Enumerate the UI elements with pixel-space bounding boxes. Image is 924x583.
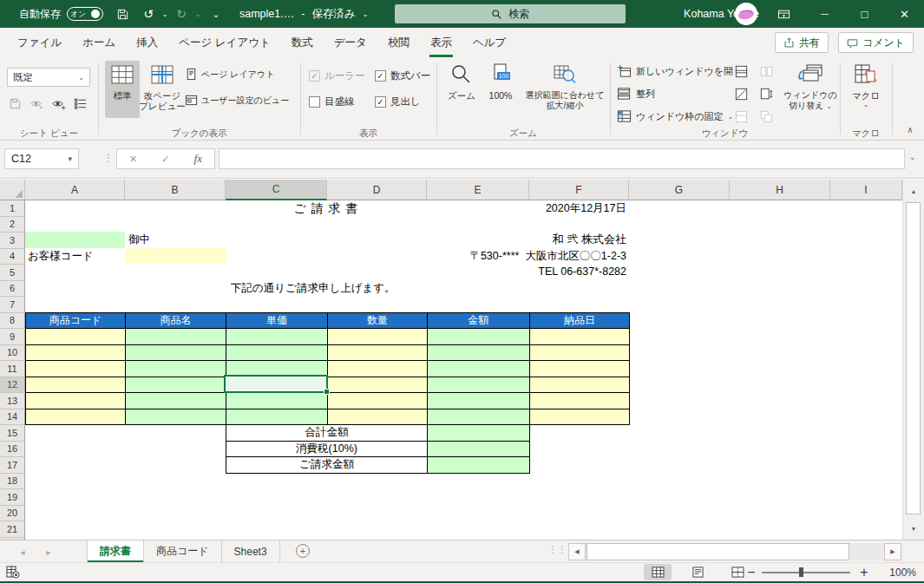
row-header[interactable]: 9 <box>0 329 25 345</box>
exit-view-button[interactable] <box>29 95 44 111</box>
autosave-control[interactable]: 自動保存 オン <box>19 0 103 28</box>
zoom-button[interactable]: ズーム <box>442 61 482 101</box>
column-header[interactable]: B <box>125 180 226 200</box>
zoom-slider-thumb[interactable] <box>799 567 803 577</box>
ribbon-tab[interactable]: 挿入 <box>126 28 168 57</box>
empty-cell[interactable] <box>428 345 530 362</box>
summary-label[interactable]: 消費税(10%) <box>226 442 428 458</box>
row-header[interactable]: 19 <box>0 489 25 506</box>
comment-button[interactable]: コメント <box>838 32 914 53</box>
empty-cell[interactable] <box>530 377 630 394</box>
close-button[interactable] <box>885 0 924 28</box>
empty-cell[interactable] <box>428 329 530 345</box>
ribbon-tab[interactable]: ホーム <box>72 28 126 57</box>
empty-cell[interactable] <box>328 409 428 426</box>
empty-cell[interactable] <box>26 345 126 362</box>
select-all-button[interactable] <box>0 180 25 200</box>
ribbon-tab[interactable]: ページ レイアウト <box>168 28 281 57</box>
row-header[interactable]: 8 <box>0 313 25 330</box>
active-cell-selection[interactable] <box>224 375 328 393</box>
empty-cell[interactable] <box>530 393 630 409</box>
zoom-to-selection-button[interactable]: 選択範囲に合わせて 拡大/縮小 <box>521 61 609 111</box>
empty-cell[interactable] <box>226 345 328 362</box>
ribbon-tab[interactable]: 校閲 <box>377 28 420 57</box>
macros-button[interactable]: マクロ <box>845 61 887 108</box>
new-window-button[interactable]: 新しいウィンドウを開く <box>617 64 743 78</box>
scroll-right-icon[interactable] <box>884 543 901 560</box>
empty-cell[interactable] <box>26 409 126 426</box>
sheet-tab[interactable]: Sheet3 <box>222 540 280 562</box>
row-header[interactable]: 20 <box>0 506 25 522</box>
summary-value-cell[interactable] <box>428 457 530 474</box>
empty-cell[interactable] <box>26 361 126 377</box>
empty-cell[interactable] <box>428 361 530 377</box>
column-header[interactable]: C <box>226 180 327 200</box>
arrange-all-button[interactable]: 整列 <box>617 87 655 101</box>
sheet-nav-left-icon[interactable] <box>12 540 33 563</box>
new-view-button[interactable] <box>50 95 66 111</box>
empty-cell[interactable] <box>328 377 428 394</box>
empty-cell[interactable] <box>126 377 226 394</box>
ribbon-tab[interactable]: データ <box>324 28 377 57</box>
cell-invoice-title[interactable]: ご 請 求 書 <box>226 200 427 217</box>
tab-split-handle-icon[interactable] <box>548 545 567 554</box>
cell-company-tel[interactable]: TEL 06-637*-8282 <box>427 264 629 280</box>
scroll-up-icon[interactable] <box>906 183 921 199</box>
row-header[interactable]: 5 <box>0 265 25 281</box>
column-header[interactable]: A <box>25 180 125 200</box>
empty-cell[interactable] <box>530 329 630 345</box>
zoom-out-button[interactable] <box>744 563 758 581</box>
scroll-down-icon[interactable] <box>906 521 921 536</box>
quick-access-customize-icon[interactable] <box>205 0 227 28</box>
sheet-tab[interactable]: 商品コード <box>144 540 222 562</box>
zoom-level[interactable]: 100% <box>878 563 916 581</box>
cell-customer-code[interactable] <box>125 248 226 265</box>
sheet-view-dropdown[interactable]: 既定 <box>7 68 90 87</box>
sheet-nav-right-icon[interactable] <box>38 540 59 563</box>
row-header[interactable]: 13 <box>0 393 25 409</box>
share-button[interactable]: 共有 <box>775 32 829 53</box>
empty-cell[interactable] <box>530 345 630 362</box>
synchronous-scrolling-button[interactable] <box>758 86 774 102</box>
custom-views-button[interactable]: ユーザー設定のビュー <box>185 94 289 107</box>
row-header[interactable]: 3 <box>0 233 25 249</box>
zoom-100-button[interactable]: 100 100% <box>482 61 519 101</box>
freeze-panes-button[interactable]: ウィンドウ枠の固定 <box>617 109 733 123</box>
cell-customer-code-label[interactable]: お客様コード <box>28 248 94 265</box>
row-header[interactable]: 7 <box>0 297 25 313</box>
autosave-toggle[interactable]: オン <box>67 7 103 21</box>
search-input[interactable]: 検索 <box>395 4 626 23</box>
empty-cell[interactable] <box>126 409 226 426</box>
row-header[interactable]: 16 <box>0 442 25 458</box>
row-header[interactable]: 12 <box>0 377 25 394</box>
empty-cell[interactable] <box>328 361 428 377</box>
hide-window-button[interactable] <box>733 86 749 102</box>
cell-greeting-message[interactable]: 下記の通りご請求申し上げます。 <box>231 280 396 297</box>
cell-addressee-suffix[interactable]: 御中 <box>128 232 150 248</box>
row-header[interactable]: 6 <box>0 281 25 298</box>
minimize-button[interactable] <box>805 0 844 28</box>
empty-cell[interactable] <box>126 345 226 362</box>
file-title[interactable]: sample1.… - 保存済み <box>239 0 368 28</box>
table-header-cell[interactable]: 納品日 <box>530 313 630 330</box>
macro-record-button[interactable] <box>6 566 20 579</box>
save-button[interactable] <box>111 0 134 28</box>
insert-function-button[interactable]: fx <box>194 152 202 166</box>
row-header[interactable]: 14 <box>0 409 25 426</box>
row-header[interactable]: 10 <box>0 345 25 362</box>
scroll-left-icon[interactable] <box>568 543 586 560</box>
ribbon-tab[interactable]: 表示 <box>420 28 462 57</box>
page-layout-view-button[interactable]: ページ レイアウト <box>185 68 274 81</box>
row-header[interactable]: 17 <box>0 457 25 474</box>
column-header[interactable]: G <box>629 180 730 200</box>
row-header[interactable]: 21 <box>0 521 25 538</box>
view-options-button[interactable] <box>72 95 88 111</box>
name-box-dropdown-icon[interactable] <box>68 154 72 163</box>
headings-checkbox[interactable]: 見出し <box>375 95 421 108</box>
cell-customer-name[interactable] <box>25 232 125 248</box>
cancel-entry-button[interactable] <box>129 154 137 165</box>
empty-cell[interactable] <box>226 393 328 409</box>
empty-cell[interactable] <box>126 393 226 409</box>
collapse-ribbon-button[interactable] <box>902 125 918 134</box>
row-header[interactable]: 2 <box>0 217 25 233</box>
